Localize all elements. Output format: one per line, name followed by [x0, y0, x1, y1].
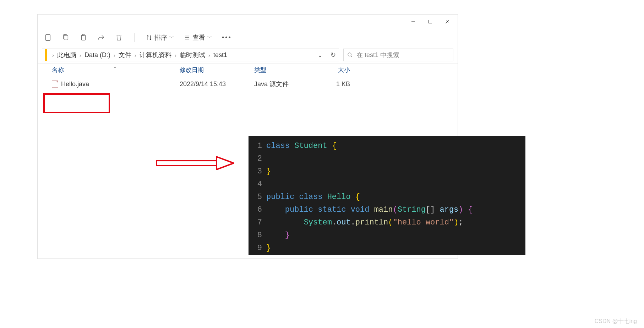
breadcrumb-sep: ›: [208, 52, 210, 58]
annotation-arrow: [156, 156, 234, 170]
minimize-button[interactable]: [405, 16, 421, 27]
svg-line-12: [351, 56, 352, 57]
code-content[interactable]: class Student { } public class Hello { p…: [266, 136, 525, 255]
maximize-button[interactable]: [422, 16, 438, 27]
view-label: 查看: [192, 33, 205, 42]
breadcrumb-sep: ›: [175, 52, 176, 58]
breadcrumb-sep: ›: [114, 52, 115, 58]
breadcrumb-item[interactable]: 此电脑: [57, 51, 76, 59]
more-button[interactable]: •••: [222, 34, 232, 41]
new-icon[interactable]: [44, 34, 52, 41]
breadcrumb-sep: ›: [80, 52, 81, 58]
search-placeholder: 在 test1 中搜索: [356, 51, 399, 59]
chevron-down-icon: ﹀: [207, 34, 212, 41]
sort-indicator: ˄: [114, 66, 116, 71]
file-name: Hello.java: [61, 80, 89, 88]
breadcrumb-item[interactable]: Data (D:): [84, 51, 110, 59]
annotation-highlight: [43, 93, 110, 113]
code-editor: 1 2 3 4 5 6 7 8 9 class Student { } publ…: [249, 136, 525, 255]
sort-label: 排序: [154, 33, 167, 42]
column-date[interactable]: 修改日期: [180, 66, 254, 74]
delete-icon[interactable]: [115, 34, 123, 41]
close-button[interactable]: [439, 16, 455, 27]
java-file-icon: [52, 80, 58, 88]
drive-indicator: [45, 49, 47, 61]
breadcrumb-item[interactable]: 文件: [119, 51, 131, 59]
separator: [134, 33, 135, 42]
chevron-down-icon[interactable]: ⌄: [317, 51, 323, 59]
breadcrumb-sep: ›: [135, 52, 136, 58]
sort-button[interactable]: 排序 ﹀: [146, 33, 174, 42]
view-button[interactable]: 查看 ﹀: [184, 33, 212, 42]
svg-marker-14: [217, 157, 234, 169]
svg-rect-1: [429, 20, 432, 23]
svg-rect-13: [156, 161, 217, 166]
column-size[interactable]: 大小: [315, 66, 357, 74]
file-size: 1 KB: [315, 80, 357, 88]
search-input[interactable]: 在 test1 中搜索: [343, 49, 453, 61]
breadcrumb-item[interactable]: test1: [213, 51, 227, 59]
title-bar: [38, 15, 458, 29]
paste-icon[interactable]: [80, 34, 87, 41]
breadcrumb-item[interactable]: 计算机资料: [140, 51, 171, 59]
search-icon: [347, 52, 353, 58]
column-header-row: ˄ 名称 修改日期 类型 大小: [38, 63, 458, 76]
address-bar-row: › 此电脑 › Data (D:) › 文件 › 计算机资料 › 临时测试 › …: [38, 46, 458, 63]
share-icon[interactable]: [97, 34, 105, 41]
file-date: 2022/9/14 15:43: [180, 80, 254, 88]
watermark: CSDN @十七ing: [595, 318, 637, 325]
breadcrumb-sep: ›: [52, 52, 54, 58]
svg-point-11: [348, 53, 351, 56]
line-numbers: 1 2 3 4 5 6 7 8 9: [249, 136, 266, 255]
breadcrumb-item[interactable]: 临时测试: [180, 51, 205, 59]
file-row[interactable]: Hello.java 2022/9/14 15:43 Java 源文件 1 KB: [38, 76, 458, 92]
copy-icon[interactable]: [62, 34, 70, 41]
chevron-down-icon: ﹀: [169, 34, 174, 41]
refresh-icon[interactable]: ↻: [331, 51, 336, 59]
file-type: Java 源文件: [254, 80, 315, 88]
column-type[interactable]: 类型: [254, 66, 315, 74]
breadcrumb[interactable]: › 此电脑 › Data (D:) › 文件 › 计算机资料 › 临时测试 › …: [42, 49, 339, 61]
svg-rect-5: [64, 35, 68, 40]
svg-rect-4: [46, 35, 50, 41]
toolbar: 排序 ﹀ 查看 ﹀ •••: [38, 29, 458, 46]
